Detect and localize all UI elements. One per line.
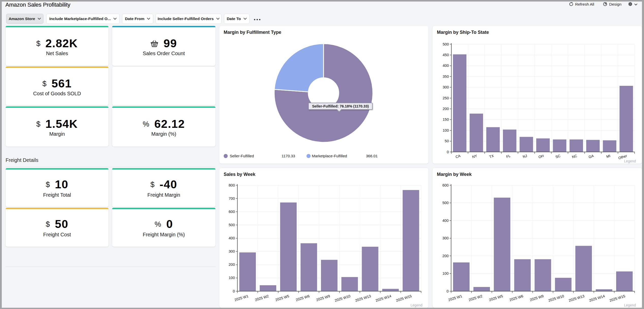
svg-text:2025 W9: 2025 W9 [316, 294, 330, 302]
svg-text:2025 W5: 2025 W5 [275, 294, 289, 302]
svg-text:Legend: Legend [624, 159, 636, 163]
svg-text:MI: MI [606, 154, 611, 159]
svg-text:Legend: Legend [410, 303, 422, 307]
svg-text:500: 500 [442, 201, 449, 205]
svg-text:100: 100 [442, 271, 449, 275]
svg-text:2025 W2: 2025 W2 [468, 294, 483, 302]
svg-text:2025 W10: 2025 W10 [548, 294, 564, 303]
svg-text:TX: TX [489, 153, 494, 159]
svg-text:2025 W13: 2025 W13 [355, 294, 371, 303]
svg-text:300: 300 [229, 249, 235, 253]
svg-text:GA: GA [588, 153, 594, 159]
svg-text:500: 500 [443, 42, 449, 46]
svg-text:2025 W14: 2025 W14 [375, 294, 392, 303]
svg-text:SC: SC [555, 154, 561, 159]
svg-text:500: 500 [229, 223, 235, 227]
svg-text:400: 400 [443, 64, 449, 68]
svg-text:2025 W15: 2025 W15 [609, 294, 626, 303]
svg-text:CA: CA [455, 153, 461, 159]
svg-text:NY: NY [472, 153, 478, 159]
svg-text:0: 0 [447, 289, 449, 293]
svg-text:250: 250 [443, 96, 449, 100]
svg-text:2025 W15: 2025 W15 [395, 294, 412, 303]
svg-text:350: 350 [443, 74, 449, 79]
svg-text:100: 100 [229, 276, 235, 280]
svg-text:FL: FL [506, 154, 511, 159]
svg-text:200: 200 [443, 107, 449, 111]
svg-text:2025 W9: 2025 W9 [529, 294, 544, 302]
svg-text:2025 W14: 2025 W14 [589, 294, 605, 303]
svg-text:700: 700 [229, 196, 235, 200]
svg-text:0: 0 [447, 150, 449, 154]
svg-text:2025 W10: 2025 W10 [334, 294, 351, 303]
svg-text:2025 W6: 2025 W6 [509, 294, 524, 302]
svg-text:2025 W1: 2025 W1 [234, 294, 249, 302]
svg-text:50: 50 [445, 139, 449, 143]
svg-text:450: 450 [443, 53, 449, 57]
svg-text:0: 0 [233, 289, 235, 293]
svg-text:400: 400 [442, 219, 449, 223]
svg-text:2025 W5: 2025 W5 [488, 294, 503, 302]
svg-text:300: 300 [443, 85, 449, 89]
svg-text:2025 W1: 2025 W1 [448, 294, 463, 302]
svg-text:300: 300 [442, 236, 449, 240]
svg-text:100: 100 [443, 128, 449, 132]
svg-text:200: 200 [229, 262, 235, 267]
svg-text:Legend: Legend [624, 303, 636, 307]
svg-text:600: 600 [442, 183, 449, 187]
svg-text:600: 600 [229, 210, 235, 214]
svg-text:150: 150 [443, 117, 449, 121]
svg-text:400: 400 [229, 236, 235, 240]
svg-text:2025 W2: 2025 W2 [254, 294, 269, 302]
svg-text:800: 800 [229, 183, 235, 187]
svg-text:NJ: NJ [522, 154, 528, 159]
svg-text:OH: OH [538, 154, 544, 159]
svg-text:200: 200 [442, 254, 449, 258]
svg-text:2025 W13: 2025 W13 [568, 294, 585, 303]
svg-text:NC: NC [571, 154, 577, 159]
svg-text:2025 W6: 2025 W6 [295, 294, 310, 302]
